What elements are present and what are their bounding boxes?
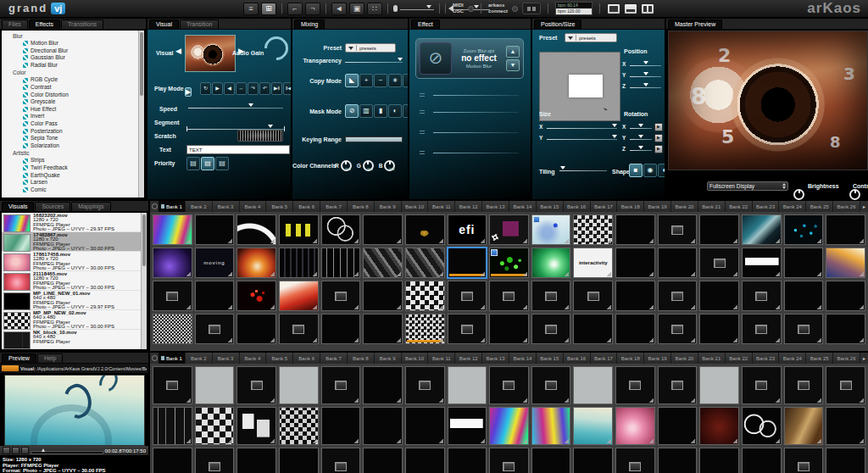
visual-thumbnail[interactable] (826, 248, 865, 278)
bank-tab-10[interactable]: Bank 10 (402, 353, 429, 364)
bank-tab-23[interactable]: Bank 23 (753, 201, 780, 212)
visual-thumbnail[interactable] (236, 314, 276, 344)
axis-slider-x[interactable] (630, 60, 661, 68)
empty-slot[interactable] (448, 366, 487, 404)
bank-tab-9[interactable]: Bank 9 (375, 201, 402, 212)
tab-transitions[interactable]: Transitions (61, 19, 103, 29)
visual-thumbnail[interactable] (742, 314, 782, 344)
visual-thumbnail[interactable] (699, 214, 739, 245)
visual-thumbnail[interactable] (699, 314, 739, 344)
bank-tab-14[interactable]: Bank 14 (509, 201, 537, 212)
visual-thumbnail[interactable] (615, 314, 655, 344)
visual-thumbnail[interactable] (321, 248, 361, 278)
visual-thumbnail[interactable] (658, 366, 698, 404)
scratch-jog-wheel[interactable] (237, 130, 283, 142)
bank-tab-2[interactable]: Bank 2 (186, 201, 213, 212)
effect-item[interactable]: Hue Effect (2, 106, 138, 114)
visual-thumbnail[interactable] (826, 214, 865, 245)
visual-thumbnail[interactable] (153, 281, 192, 311)
effect-parameter-row[interactable] (420, 108, 519, 116)
visual-thumbnail[interactable] (742, 448, 782, 473)
bank-tab-5[interactable]: Bank 5 (266, 353, 293, 364)
tab-files[interactable]: Files (2, 19, 28, 29)
visual-thumbnail[interactable] (321, 281, 361, 311)
clear-output-icon[interactable]: ▣ (349, 3, 364, 15)
reverse-pause-button[interactable]: ‖◀ (283, 82, 291, 95)
bank-tab-20[interactable]: Bank 20 (671, 201, 698, 212)
mask-none-button[interactable]: ⊘ (345, 104, 359, 118)
visual-thumbnail[interactable] (658, 407, 698, 445)
visual-file-row[interactable]: 21118465.mov1280 x 720FFMPEG PlayerPhoto… (2, 271, 141, 291)
effect-item[interactable]: Greyscale (2, 98, 138, 106)
fullscreen-display-dropdown[interactable]: Fullscreen Display (707, 181, 788, 191)
visual-thumbnail[interactable] (363, 314, 403, 344)
bank-tab-22[interactable]: Bank 22 (726, 353, 753, 364)
effect-item[interactable]: Color Pass (2, 120, 138, 128)
bank-tab-4[interactable]: Bank 4 (240, 201, 267, 212)
visual-thumbnail[interactable] (448, 314, 487, 344)
effect-next[interactable]: Motion Blur (452, 64, 506, 69)
visual-thumbnail[interactable] (615, 248, 655, 278)
mask-circle-button[interactable]: ◐ (388, 104, 402, 118)
bank-tab-3[interactable]: Bank 3 (213, 201, 240, 212)
visual-thumbnail[interactable] (658, 248, 698, 278)
bank-tab-21[interactable]: Bank 21 (698, 353, 726, 364)
visual-thumbnail[interactable] (321, 448, 361, 473)
effect-item[interactable]: Invert (2, 113, 138, 120)
bank-tab-12[interactable]: Bank 12 (455, 201, 482, 212)
visual-thumbnail[interactable] (236, 214, 276, 245)
transport-button-2[interactable] (12, 447, 19, 454)
effect-item[interactable]: Comic (2, 186, 138, 194)
visual-thumbnail[interactable] (279, 448, 319, 473)
seek-slider[interactable] (31, 447, 103, 454)
bank-tab-17[interactable]: Bank 17 (591, 201, 618, 212)
list-layout-icon[interactable]: ≡ (243, 3, 259, 15)
effect-parameter-row[interactable] (420, 128, 519, 136)
bank-tab-12[interactable]: Bank 12 (455, 353, 482, 364)
play-once-button[interactable]: ▶ (212, 82, 223, 95)
bank-overflow-arrow-icon[interactable]: ▸ (860, 353, 868, 364)
bank-menu-icon[interactable] (150, 201, 159, 212)
visual-thumbnail[interactable] (236, 366, 276, 404)
ping-pong-button[interactable]: ↔ (236, 82, 247, 95)
position-preview-box[interactable] (539, 52, 620, 121)
visual-thumbnail[interactable] (573, 407, 613, 445)
transport-button-1[interactable] (3, 447, 10, 454)
bank-tab-1[interactable]: Bank 1 (159, 201, 186, 212)
brightness-knob[interactable] (793, 189, 804, 200)
visual-thumbnail[interactable] (658, 314, 698, 344)
shape-sphere-button[interactable]: ◉ (643, 164, 657, 177)
bank-tab-11[interactable]: Bank 11 (428, 353, 455, 364)
effect-item[interactable]: Twirl Feedback (2, 164, 138, 172)
visual-thumbnail[interactable] (531, 314, 571, 344)
visual-thumbnail[interactable] (489, 448, 529, 473)
tab-transition[interactable]: Transition (180, 19, 219, 29)
bank-tab-25[interactable]: Bank 25 (806, 201, 833, 212)
visual-thumbnail[interactable] (448, 407, 487, 445)
visual-thumbnail[interactable] (742, 281, 782, 311)
audio-gain-knob[interactable] (259, 31, 291, 65)
mic-volume-slider[interactable] (400, 4, 434, 13)
play-pause-button[interactable]: ▶‖ (271, 82, 282, 95)
bank-tab-6[interactable]: Bank 6 (293, 201, 320, 212)
tab-preview[interactable]: Preview (2, 353, 36, 363)
visual-thumbnail[interactable] (153, 314, 192, 344)
visual-thumbnail[interactable] (615, 407, 655, 445)
visual-file-row[interactable]: 17483867.mov1280 x 720FFMPEG PlayerPhoto… (2, 232, 141, 252)
layer-rectangle[interactable] (569, 75, 603, 97)
effect-parameter-row[interactable] (420, 148, 519, 157)
bank-tab-23[interactable]: Bank 23 (753, 353, 780, 364)
tab-sources[interactable]: Sources (35, 202, 70, 211)
bank-tab-11[interactable]: Bank 11 (428, 201, 455, 212)
channel-r-knob[interactable]: 100 (341, 160, 352, 171)
shape-circle-button[interactable]: ● (658, 164, 665, 177)
bank-tab-8[interactable]: Bank 8 (348, 201, 375, 212)
visual-thumbnail[interactable] (279, 281, 319, 311)
visual-thumbnail[interactable] (363, 248, 403, 278)
transport-button-3[interactable] (21, 447, 29, 454)
position-preset-dropdown[interactable]: presets (565, 33, 617, 42)
tab-mixing[interactable]: Mixing (294, 19, 325, 29)
visual-thumbnail[interactable] (784, 248, 824, 278)
visual-thumbnail[interactable] (489, 214, 529, 245)
bank-tab-21[interactable]: Bank 21 (698, 201, 726, 212)
